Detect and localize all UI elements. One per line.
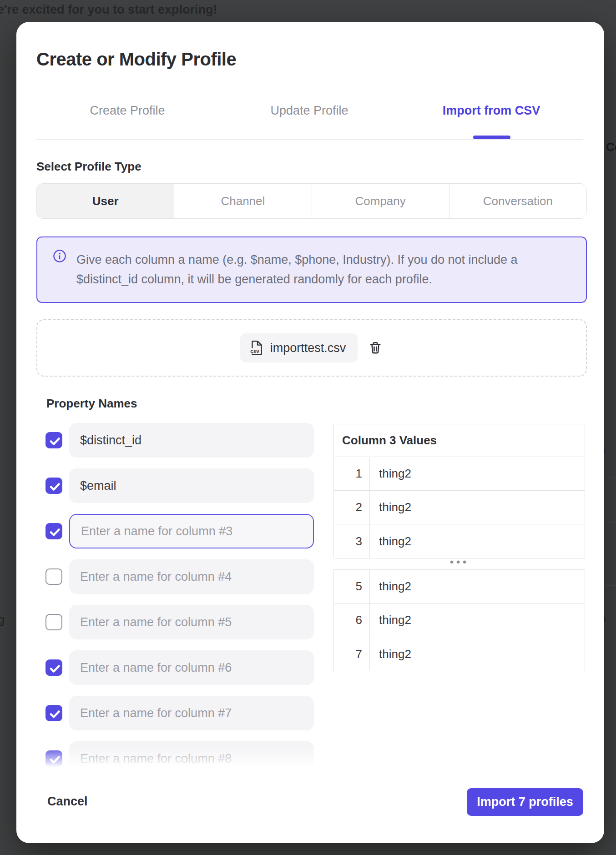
row-value: thing2 bbox=[370, 457, 585, 490]
column-5-checkbox[interactable] bbox=[45, 614, 62, 630]
column-2-checkbox[interactable] bbox=[45, 478, 62, 494]
column-3-checkbox[interactable] bbox=[45, 523, 62, 539]
cancel-button[interactable]: Cancel bbox=[47, 795, 88, 809]
property-name-list bbox=[36, 420, 318, 770]
column-4-name-input[interactable] bbox=[69, 559, 314, 594]
row-value: thing2 bbox=[370, 604, 585, 637]
column-1-name-input[interactable] bbox=[69, 423, 314, 458]
property-row-6 bbox=[36, 650, 318, 685]
row-value: thing2 bbox=[370, 637, 585, 671]
background-fragment: g bbox=[0, 613, 5, 626]
column-7-name-input[interactable] bbox=[69, 696, 314, 730]
background-gridline bbox=[605, 662, 616, 662]
background-fragment: Col bbox=[606, 140, 616, 154]
row-index: 3 bbox=[334, 524, 370, 558]
table-row: 5 thing2 bbox=[334, 570, 585, 604]
info-callout: Give each column a name (e.g. $name, $ph… bbox=[36, 236, 587, 303]
column-5-name-input[interactable] bbox=[69, 605, 314, 639]
column-2-name-input[interactable] bbox=[69, 468, 314, 503]
column-7-checkbox[interactable] bbox=[45, 705, 62, 721]
table-row: 7 thing2 bbox=[334, 637, 585, 671]
column-4-checkbox[interactable] bbox=[45, 568, 62, 585]
profile-type-company[interactable]: Company bbox=[312, 184, 449, 218]
column-values-table-bottom: 5 thing2 6 thing2 7 thing2 bbox=[333, 569, 585, 671]
background-gridline bbox=[605, 585, 616, 586]
property-row-5 bbox=[36, 605, 318, 639]
row-value: thing2 bbox=[370, 570, 585, 603]
dialog-title: Create or Modify Profile bbox=[36, 49, 236, 70]
create-or-modify-profile-dialog: Create or Modify Profile Create Profile … bbox=[16, 22, 604, 843]
property-row-2 bbox=[36, 468, 318, 503]
column-values-table-top: Column 3 Values 1 thing2 2 thing2 3 thin… bbox=[333, 424, 585, 558]
delete-file-button[interactable] bbox=[368, 340, 383, 356]
row-index: 1 bbox=[334, 457, 370, 490]
profile-type-channel[interactable]: Channel bbox=[174, 184, 311, 218]
profile-type-selector: User Channel Company Conversation bbox=[36, 183, 587, 219]
uploaded-file-chip: csv importtest.csv bbox=[240, 333, 358, 362]
column-8-checkbox[interactable] bbox=[45, 750, 62, 767]
csv-upload-dropzone[interactable]: csv importtest.csv bbox=[36, 319, 587, 377]
background-gridline bbox=[605, 478, 616, 478]
property-row-7 bbox=[36, 696, 318, 730]
info-icon bbox=[53, 249, 66, 263]
column-6-checkbox[interactable] bbox=[45, 659, 62, 676]
table-row: 6 thing2 bbox=[334, 604, 585, 637]
column-8-name-input[interactable] bbox=[69, 741, 314, 770]
background-gridline bbox=[605, 522, 616, 523]
property-names-label: Property Names bbox=[46, 397, 137, 411]
tab-divider bbox=[36, 139, 583, 140]
trash-icon bbox=[368, 340, 383, 356]
table-ellipsis: ●●● bbox=[333, 558, 585, 565]
svg-text:csv: csv bbox=[250, 348, 259, 354]
table-row: 3 thing2 bbox=[334, 524, 585, 558]
column-6-name-input[interactable] bbox=[69, 650, 314, 685]
row-value: thing2 bbox=[370, 491, 585, 524]
tab-import-from-csv[interactable]: Import from CSV bbox=[443, 104, 540, 118]
tab-create-profile[interactable]: Create Profile bbox=[90, 104, 165, 118]
row-index: 5 bbox=[334, 570, 370, 603]
tab-update-profile[interactable]: Update Profile bbox=[270, 104, 348, 118]
select-profile-type-label: Select Profile Type bbox=[36, 160, 141, 174]
row-value: thing2 bbox=[370, 524, 585, 558]
property-row-8 bbox=[36, 741, 318, 770]
row-index: 6 bbox=[334, 604, 370, 637]
background-page-heading: e're excited for you to start exploring! bbox=[0, 3, 217, 17]
row-index: 2 bbox=[334, 491, 370, 524]
property-row-1 bbox=[36, 423, 318, 458]
column-1-checkbox[interactable] bbox=[45, 432, 62, 448]
uploaded-file-name: importtest.csv bbox=[270, 341, 346, 355]
table-row: 1 thing2 bbox=[334, 457, 585, 491]
property-row-4 bbox=[36, 559, 318, 594]
property-row-3 bbox=[36, 514, 318, 548]
column-3-name-input[interactable] bbox=[69, 514, 314, 548]
info-text: Give each column a name (e.g. $name, $ph… bbox=[76, 250, 527, 289]
profile-type-user[interactable]: User bbox=[37, 184, 174, 218]
csv-file-icon: csv bbox=[248, 340, 265, 356]
values-table-header: Column 3 Values bbox=[334, 424, 585, 457]
active-tab-underline bbox=[473, 136, 510, 139]
profile-type-conversation[interactable]: Conversation bbox=[449, 184, 586, 218]
import-profiles-button[interactable]: Import 7 profiles bbox=[467, 788, 583, 816]
table-row: 2 thing2 bbox=[334, 491, 585, 524]
row-index: 7 bbox=[334, 637, 370, 671]
